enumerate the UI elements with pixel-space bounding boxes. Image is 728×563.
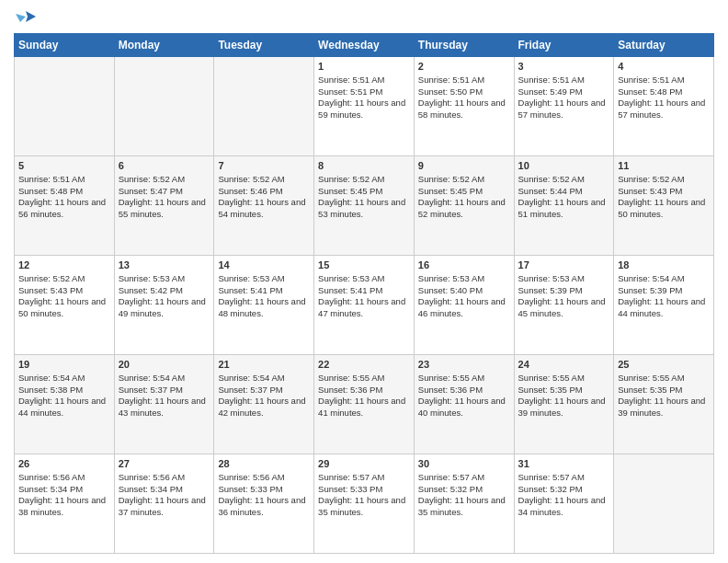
- cell-info: Daylight: 11 hours and 56 minutes.: [18, 197, 110, 221]
- weekday-header-row: SundayMondayTuesdayWednesdayThursdayFrid…: [15, 34, 714, 57]
- calendar-cell: 10Sunrise: 5:52 AMSunset: 5:44 PMDayligh…: [514, 156, 614, 256]
- cell-info: Sunset: 5:49 PM: [518, 86, 610, 98]
- week-row-3: 12Sunrise: 5:52 AMSunset: 5:43 PMDayligh…: [15, 256, 714, 355]
- cell-info: Daylight: 11 hours and 57 minutes.: [618, 98, 710, 121]
- calendar-cell: 18Sunrise: 5:54 AMSunset: 5:39 PMDayligh…: [614, 256, 714, 355]
- cell-info: Sunrise: 5:54 AM: [18, 373, 110, 385]
- cell-info: Sunset: 5:37 PM: [119, 385, 210, 396]
- cell-info: Sunrise: 5:54 AM: [618, 273, 710, 285]
- cell-info: Sunset: 5:41 PM: [218, 285, 310, 297]
- cell-info: Daylight: 11 hours and 41 minutes.: [318, 396, 410, 419]
- cell-info: Sunset: 5:48 PM: [18, 186, 110, 198]
- cell-info: Daylight: 11 hours and 44 minutes.: [618, 296, 710, 320]
- cell-info: Sunset: 5:42 PM: [119, 285, 210, 297]
- cell-info: Sunset: 5:51 PM: [318, 86, 410, 98]
- svg-marker-1: [16, 14, 26, 22]
- cell-info: Sunrise: 5:55 AM: [318, 373, 410, 385]
- cell-info: Sunset: 5:34 PM: [119, 484, 210, 496]
- calendar-cell: 15Sunrise: 5:53 AMSunset: 5:41 PMDayligh…: [314, 256, 415, 355]
- weekday-header-saturday: Saturday: [614, 34, 714, 57]
- calendar-cell: 25Sunrise: 5:55 AMSunset: 5:35 PMDayligh…: [614, 355, 714, 454]
- logo: [14, 9, 36, 26]
- header: [14, 9, 714, 26]
- cell-info: Daylight: 11 hours and 40 minutes.: [418, 396, 510, 419]
- cell-info: Daylight: 11 hours and 36 minutes.: [218, 495, 310, 519]
- day-number: 23: [418, 358, 510, 372]
- day-number: 5: [18, 159, 110, 173]
- day-number: 18: [618, 259, 710, 272]
- weekday-header-sunday: Sunday: [15, 34, 115, 57]
- week-row-1: 1Sunrise: 5:51 AMSunset: 5:51 PMDaylight…: [15, 57, 714, 156]
- cell-info: Sunrise: 5:52 AM: [119, 174, 210, 186]
- day-number: 8: [318, 159, 410, 173]
- weekday-header-wednesday: Wednesday: [314, 34, 415, 57]
- cell-info: Sunrise: 5:52 AM: [618, 174, 710, 186]
- svg-marker-0: [26, 11, 36, 22]
- cell-info: Sunrise: 5:53 AM: [218, 273, 310, 285]
- cell-info: Daylight: 11 hours and 54 minutes.: [218, 197, 310, 221]
- weekday-header-monday: Monday: [114, 34, 214, 57]
- cell-info: Daylight: 11 hours and 55 minutes.: [119, 197, 210, 221]
- calendar-cell: [214, 57, 314, 156]
- day-number: 26: [18, 457, 110, 471]
- day-number: 6: [119, 159, 210, 173]
- cell-info: Sunset: 5:40 PM: [418, 285, 510, 297]
- calendar-cell: 16Sunrise: 5:53 AMSunset: 5:40 PMDayligh…: [414, 256, 514, 355]
- cell-info: Daylight: 11 hours and 42 minutes.: [218, 396, 310, 419]
- cell-info: Sunrise: 5:51 AM: [318, 75, 410, 86]
- calendar-cell: 22Sunrise: 5:55 AMSunset: 5:36 PMDayligh…: [314, 355, 415, 454]
- cell-info: Sunrise: 5:54 AM: [119, 373, 210, 385]
- cell-info: Daylight: 11 hours and 58 minutes.: [418, 98, 510, 121]
- calendar-cell: 31Sunrise: 5:57 AMSunset: 5:32 PMDayligh…: [514, 454, 614, 554]
- weekday-header-friday: Friday: [514, 34, 614, 57]
- cell-info: Daylight: 11 hours and 50 minutes.: [18, 296, 110, 320]
- cell-info: Sunset: 5:46 PM: [218, 186, 310, 198]
- cell-info: Sunrise: 5:52 AM: [318, 174, 410, 186]
- cell-info: Sunset: 5:43 PM: [18, 285, 110, 297]
- day-number: 22: [318, 358, 410, 372]
- calendar-cell: 27Sunrise: 5:56 AMSunset: 5:34 PMDayligh…: [114, 454, 214, 554]
- day-number: 12: [18, 259, 110, 272]
- cell-info: Sunset: 5:39 PM: [518, 285, 610, 297]
- cell-info: Sunset: 5:33 PM: [218, 484, 310, 496]
- cell-info: Daylight: 11 hours and 49 minutes.: [119, 296, 210, 320]
- cell-info: Sunrise: 5:52 AM: [218, 174, 310, 186]
- week-row-5: 26Sunrise: 5:56 AMSunset: 5:34 PMDayligh…: [15, 454, 714, 554]
- day-number: 13: [119, 259, 210, 272]
- week-row-4: 19Sunrise: 5:54 AMSunset: 5:38 PMDayligh…: [15, 355, 714, 454]
- calendar-cell: 23Sunrise: 5:55 AMSunset: 5:36 PMDayligh…: [414, 355, 514, 454]
- cell-info: Sunset: 5:43 PM: [618, 186, 710, 198]
- calendar-cell: 2Sunrise: 5:51 AMSunset: 5:50 PMDaylight…: [414, 57, 514, 156]
- cell-info: Sunrise: 5:51 AM: [418, 75, 510, 86]
- calendar-cell: 17Sunrise: 5:53 AMSunset: 5:39 PMDayligh…: [514, 256, 614, 355]
- day-number: 17: [518, 259, 610, 272]
- day-number: 25: [618, 358, 710, 372]
- calendar-cell: [614, 454, 714, 554]
- calendar-cell: 26Sunrise: 5:56 AMSunset: 5:34 PMDayligh…: [15, 454, 115, 554]
- day-number: 19: [18, 358, 110, 372]
- day-number: 3: [518, 60, 610, 74]
- cell-info: Daylight: 11 hours and 39 minutes.: [618, 396, 710, 419]
- calendar-cell: 4Sunrise: 5:51 AMSunset: 5:48 PMDaylight…: [614, 57, 714, 156]
- cell-info: Sunset: 5:47 PM: [119, 186, 210, 198]
- cell-info: Sunrise: 5:51 AM: [518, 75, 610, 86]
- cell-info: Sunrise: 5:57 AM: [418, 472, 510, 484]
- day-number: 21: [218, 358, 310, 372]
- cell-info: Sunset: 5:38 PM: [18, 385, 110, 396]
- cell-info: Sunset: 5:35 PM: [618, 385, 710, 396]
- cell-info: Daylight: 11 hours and 50 minutes.: [618, 197, 710, 221]
- cell-info: Daylight: 11 hours and 35 minutes.: [318, 495, 410, 519]
- calendar-cell: 30Sunrise: 5:57 AMSunset: 5:32 PMDayligh…: [414, 454, 514, 554]
- cell-info: Daylight: 11 hours and 51 minutes.: [518, 197, 610, 221]
- cell-info: Sunrise: 5:52 AM: [418, 174, 510, 186]
- day-number: 2: [418, 60, 510, 74]
- cell-info: Sunrise: 5:56 AM: [218, 472, 310, 484]
- calendar-cell: 24Sunrise: 5:55 AMSunset: 5:35 PMDayligh…: [514, 355, 614, 454]
- calendar-cell: 13Sunrise: 5:53 AMSunset: 5:42 PMDayligh…: [114, 256, 214, 355]
- cell-info: Sunrise: 5:53 AM: [418, 273, 510, 285]
- day-number: 31: [518, 457, 610, 471]
- cell-info: Sunset: 5:45 PM: [318, 186, 410, 198]
- calendar-cell: 11Sunrise: 5:52 AMSunset: 5:43 PMDayligh…: [614, 156, 714, 256]
- cell-info: Daylight: 11 hours and 43 minutes.: [119, 396, 210, 419]
- cell-info: Daylight: 11 hours and 57 minutes.: [518, 98, 610, 121]
